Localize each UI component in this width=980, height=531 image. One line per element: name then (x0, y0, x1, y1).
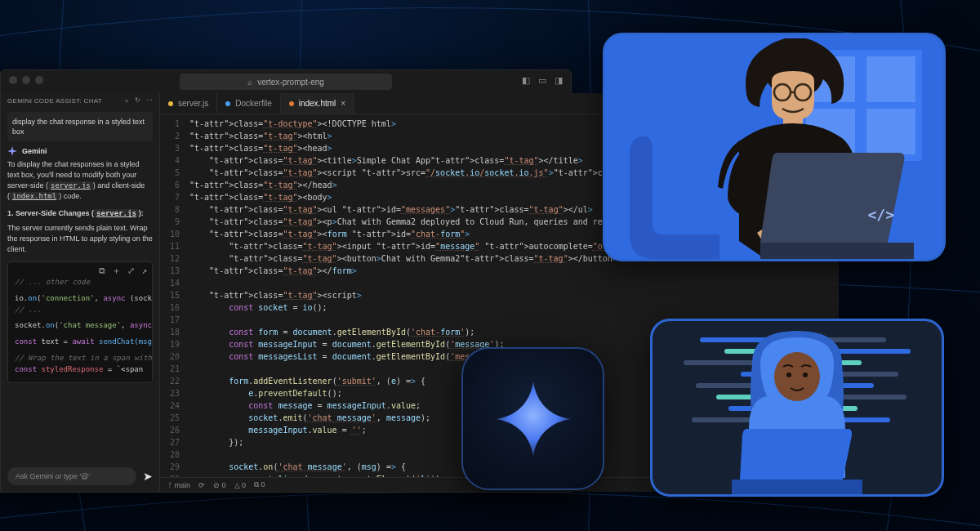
laptop-2 (732, 429, 862, 494)
chat-send-button[interactable]: ➤ (143, 470, 153, 483)
svg-point-4 (786, 373, 791, 377)
search-text: vertex-prompt-eng (257, 78, 324, 87)
layout-right-icon[interactable]: ◨ (555, 75, 563, 86)
traffic-minimize[interactable] (22, 76, 30, 84)
chat-panel-header: GEMINI CODE ASSIST: CHAT ＋ ↻ ⋯ (1, 93, 159, 109)
gemini-logo-icon (496, 382, 571, 457)
layout-bottom-icon[interactable]: ▭ (538, 75, 546, 86)
illustration-dev-2 (650, 319, 944, 497)
gemini-logo-card (461, 347, 604, 490)
window-traffic-lights (9, 76, 43, 84)
errors-indicator[interactable]: ⊘ 0 (213, 481, 226, 489)
chat-user-message: display the chat response in a styled te… (7, 112, 153, 141)
insert-icon[interactable]: ＋ (112, 264, 121, 278)
chat-ai-header: Gemini (7, 146, 153, 156)
chat-panel: GEMINI CODE ASSIST: CHAT ＋ ↻ ⋯ display t… (1, 93, 160, 492)
tab-label: index.html (299, 99, 336, 108)
svg-point-3 (774, 352, 820, 401)
file-icon (168, 101, 173, 106)
tab-label: Dockerfile (235, 99, 271, 108)
title-bar-actions: ◧ ▭ ◨ (522, 75, 563, 86)
warnings-indicator[interactable]: △ 0 (234, 481, 247, 489)
close-icon[interactable]: × (341, 99, 345, 108)
diff-icon[interactable]: ⤢ (127, 264, 135, 278)
traffic-close[interactable] (9, 76, 17, 84)
ports-indicator[interactable]: ⧉ 0 (254, 480, 265, 489)
copy-icon[interactable]: ⧉ (99, 264, 105, 278)
tab-dockerfile[interactable]: Dockerfile (217, 93, 280, 114)
chat-code-block: ⧉ ＋ ⤢ ↗ // ... other code io.on('connect… (7, 261, 153, 384)
expand-icon[interactable]: ↗ (141, 264, 147, 278)
tab-label: server.js (178, 99, 208, 108)
chat-input-placeholder: Ask Gemini or type '@' (16, 472, 90, 480)
chat-user-text: display the chat response in a styled te… (12, 118, 145, 136)
line-gutter: 1234567891011121314151617181920212223242… (160, 114, 186, 477)
chat-panel-title: GEMINI CODE ASSIST: CHAT (7, 97, 102, 105)
search-icon: ⌕ (247, 78, 252, 87)
chat-ai-heading: 1. Server-Side Changes (server.js): (7, 208, 153, 219)
command-center-search[interactable]: ⌕ vertex-prompt-eng (180, 74, 392, 90)
kebab-icon[interactable]: ⋯ (146, 96, 153, 105)
tab-index-html[interactable]: index.html × (281, 93, 354, 114)
layout-left-icon[interactable]: ◧ (522, 75, 530, 86)
illustration-dev-1: </> (603, 33, 946, 261)
file-icon (225, 101, 230, 106)
tab-server-js[interactable]: server.js (160, 93, 217, 114)
gemini-icon (7, 146, 17, 156)
traffic-zoom[interactable] (35, 76, 43, 84)
file-icon (289, 101, 294, 106)
sync-icon[interactable]: ⟳ (198, 481, 205, 489)
chat-ai-message: To display the chat responses in a style… (7, 159, 153, 254)
chat-input[interactable]: Ask Gemini or type '@' (7, 467, 136, 485)
chat-ai-name: Gemini (22, 147, 47, 155)
svg-point-5 (803, 373, 808, 377)
branch-indicator[interactable]: ᚶ main (168, 481, 190, 489)
new-chat-icon[interactable]: ＋ (123, 96, 130, 105)
code-glyph-icon: </> (867, 206, 894, 223)
history-icon[interactable]: ↻ (135, 96, 140, 105)
